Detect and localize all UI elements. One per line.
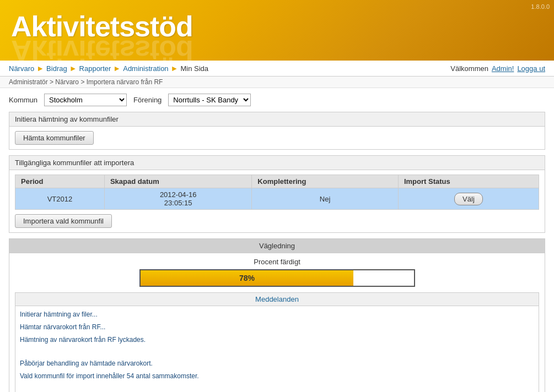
progress-bar-empty xyxy=(353,270,413,286)
guidance-panel: Vägledning Procent färdigt 78% Meddeland… xyxy=(9,238,545,392)
message-line: Initierar hämtning av filer... xyxy=(20,309,534,320)
messages-header: Meddelanden xyxy=(15,293,539,306)
select-button[interactable]: Välj xyxy=(454,193,483,205)
breadcrumb-administration[interactable]: Administration xyxy=(123,64,168,73)
kommun-label: Kommun xyxy=(9,96,37,104)
import-button[interactable]: Importera vald kommunfil xyxy=(15,214,112,228)
breadcrumb-rapporter[interactable]: Rapporter xyxy=(79,64,111,73)
guidance-body: Procent färdigt 78% Meddelanden Initiera… xyxy=(9,253,545,392)
fetch-panel: Initiera hämtning av kommunfiler Hämta k… xyxy=(9,112,545,150)
import-panel-header: Tillgängliga kommunfiler att importera xyxy=(9,156,545,170)
col-komplettering: Komplettering xyxy=(252,175,399,188)
breadcrumb-arrow-2: ► xyxy=(69,64,77,73)
message-line: Vald kommunfil för import innehåller 54 … xyxy=(20,371,534,382)
breadcrumb-arrow-4: ► xyxy=(171,64,179,73)
breadcrumb: Närvaro ► Bidrag ► Rapporter ► Administr… xyxy=(9,64,208,73)
forening-select[interactable]: Norrtulls - SK Bandy xyxy=(168,94,251,106)
messages-body[interactable]: Initierar hämtning av filer...Hämtar när… xyxy=(15,306,539,392)
breadcrumb-current: Min Sida xyxy=(180,64,208,73)
welcome-text: Välkommen xyxy=(450,64,488,73)
username-link[interactable]: Admin! xyxy=(492,64,514,73)
filters-row: Kommun Stockholm Förening Norrtulls - SK… xyxy=(9,94,545,106)
fetch-button[interactable]: Hämta kommunfiler xyxy=(15,131,94,145)
breadcrumb-bidrag[interactable]: Bidrag xyxy=(46,64,67,73)
fetch-panel-body: Hämta kommunfiler xyxy=(9,127,545,149)
navbar: Närvaro ► Bidrag ► Rapporter ► Administr… xyxy=(0,61,554,77)
logout-link[interactable]: Logga ut xyxy=(517,64,545,73)
app-header: Aktivitetsstöd Aktivitetsstöd 1.8.0.0 xyxy=(0,0,554,61)
progress-bar-container: 78% xyxy=(139,269,415,287)
kommun-select[interactable]: Stockholm xyxy=(44,94,127,106)
message-line: Hämtar närvarokort från RF... xyxy=(20,322,534,333)
messages-panel: Meddelanden Initierar hämtning av filer.… xyxy=(15,292,539,392)
cell-komplettering: Nej xyxy=(252,188,399,210)
table-row[interactable]: VT2012 2012-04-1623:05:15 Nej Välj xyxy=(15,188,539,210)
import-panel: Tillgängliga kommunfiler att importera P… xyxy=(9,155,545,233)
app-title-reflected: Aktivitetsstöd xyxy=(11,34,193,61)
user-area: Välkommen Admin! Logga ut xyxy=(450,64,545,73)
version-badge: 1.8.0.0 xyxy=(531,3,550,10)
progress-bar-fill: 78% xyxy=(141,270,354,286)
content-area: Kommun Stockholm Förening Norrtulls - SK… xyxy=(0,88,554,392)
breadcrumb-arrow-1: ► xyxy=(36,64,44,73)
import-table: Period Skapad datum Komplettering Import… xyxy=(15,175,539,210)
import-table-header-row: Period Skapad datum Komplettering Import… xyxy=(15,175,539,188)
cell-skapad: 2012-04-1623:05:15 xyxy=(104,188,251,210)
progress-text: 78% xyxy=(239,274,255,282)
col-skapad: Skapad datum xyxy=(104,175,251,188)
cell-period: VT2012 xyxy=(15,188,105,210)
col-status: Import Status xyxy=(398,175,539,188)
breadcrumb-arrow-3: ► xyxy=(113,64,121,73)
forening-label: Förening xyxy=(133,96,162,104)
message-line: Hämtning av närvarokort från RF lyckades… xyxy=(20,335,534,345)
col-period: Period xyxy=(15,175,105,188)
breadcrumb-narvaro[interactable]: Närvaro xyxy=(9,64,34,73)
import-panel-body: Period Skapad datum Komplettering Import… xyxy=(9,170,545,232)
fetch-panel-header: Initiera hämtning av kommunfiler xyxy=(9,112,545,127)
sub-breadcrumb: Administratör > Närvaro > Importera närv… xyxy=(0,77,554,88)
guidance-header: Vägledning xyxy=(9,239,545,253)
progress-label: Procent färdigt xyxy=(15,258,539,266)
message-line: Påbörjar behandling av hämtade närvaroko… xyxy=(20,358,534,369)
cell-status: Välj xyxy=(398,188,539,210)
